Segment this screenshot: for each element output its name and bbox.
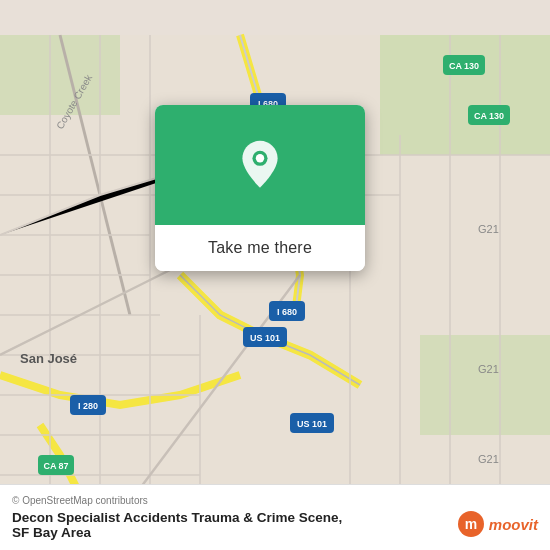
svg-text:CA 130: CA 130 <box>474 111 504 121</box>
bottom-bar: © OpenStreetMap contributors Decon Speci… <box>0 484 550 550</box>
svg-rect-1 <box>380 35 550 155</box>
location-subtitle: SF Bay Area <box>12 525 342 540</box>
location-title: Decon Specialist Accidents Trauma & Crim… <box>12 510 342 525</box>
map-container: I 680 CA 130 CA 130 I 680 US 101 I 280 C… <box>0 0 550 550</box>
svg-text:CA 87: CA 87 <box>43 461 68 471</box>
svg-text:US 101: US 101 <box>250 333 280 343</box>
moovit-icon: m <box>457 510 485 538</box>
svg-text:CA 130: CA 130 <box>449 61 479 71</box>
map-background: I 680 CA 130 CA 130 I 680 US 101 I 280 C… <box>0 0 550 550</box>
svg-text:G21: G21 <box>478 453 499 465</box>
copyright-text: © OpenStreetMap contributors <box>12 495 538 506</box>
svg-text:I 280: I 280 <box>78 401 98 411</box>
svg-point-43 <box>256 154 264 162</box>
popup-card: Take me there <box>155 105 365 271</box>
svg-text:G21: G21 <box>478 363 499 375</box>
popup-green-header <box>155 105 365 225</box>
svg-rect-2 <box>0 35 120 115</box>
svg-text:I 680: I 680 <box>277 307 297 317</box>
svg-text:m: m <box>465 516 477 532</box>
svg-rect-3 <box>420 335 550 435</box>
svg-text:US 101: US 101 <box>297 419 327 429</box>
svg-text:San José: San José <box>20 351 77 366</box>
svg-text:G21: G21 <box>478 223 499 235</box>
moovit-logo: m moovit <box>457 510 538 538</box>
moovit-label: moovit <box>489 516 538 533</box>
take-me-there-button[interactable]: Take me there <box>155 225 365 271</box>
location-pin-icon <box>234 139 286 191</box>
